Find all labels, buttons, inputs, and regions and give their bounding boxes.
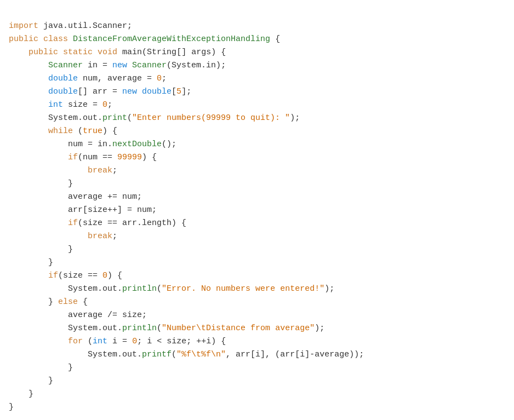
line-27: } bbox=[9, 363, 73, 372]
line-6: double[] arr = new double[5]; bbox=[9, 87, 191, 96]
line-28: } bbox=[9, 376, 53, 386]
line-29: } bbox=[9, 389, 33, 399]
line-24: System.out.println("Number\tDistance fro… bbox=[9, 324, 324, 333]
code-editor: import java.util.Scanner; public class D… bbox=[9, 7, 505, 414]
line-15: arr[size++] = num; bbox=[9, 205, 157, 215]
line-21: System.out.println("Error. No numbers we… bbox=[9, 284, 334, 294]
line-11: if(num == 99999) { bbox=[9, 153, 157, 162]
line-13: } bbox=[9, 179, 73, 188]
line-7: int size = 0; bbox=[9, 100, 112, 110]
line-23: average /= size; bbox=[9, 310, 147, 320]
line-3: public static void main(String[] args) { bbox=[9, 48, 226, 57]
line-16: if(size == arr.length) { bbox=[9, 218, 186, 228]
line-9: while (true) { bbox=[9, 126, 117, 136]
line-14: average += num; bbox=[9, 192, 142, 202]
line-19: } bbox=[9, 258, 53, 267]
line-8: System.out.print("Enter numbers(99999 to… bbox=[9, 113, 300, 123]
line-20: if(size == 0) { bbox=[9, 271, 122, 280]
line-5: double num, average = 0; bbox=[9, 74, 167, 83]
line-22: } else { bbox=[9, 297, 88, 307]
line-2: public class DistanceFromAverageWithExce… bbox=[9, 34, 280, 44]
line-18: } bbox=[9, 245, 73, 254]
line-10: num = in.nextDouble(); bbox=[9, 140, 176, 149]
line-4: Scanner in = new Scanner(System.in); bbox=[9, 61, 226, 70]
line-17: break; bbox=[9, 232, 117, 241]
line-1: import java.util.Scanner; bbox=[9, 21, 132, 31]
line-26: System.out.printf("%f\t%f\n", arr[i], (a… bbox=[9, 350, 364, 359]
line-12: break; bbox=[9, 166, 117, 175]
line-30: } bbox=[9, 402, 14, 412]
line-25: for (int i = 0; i < size; ++i) { bbox=[9, 337, 226, 346]
